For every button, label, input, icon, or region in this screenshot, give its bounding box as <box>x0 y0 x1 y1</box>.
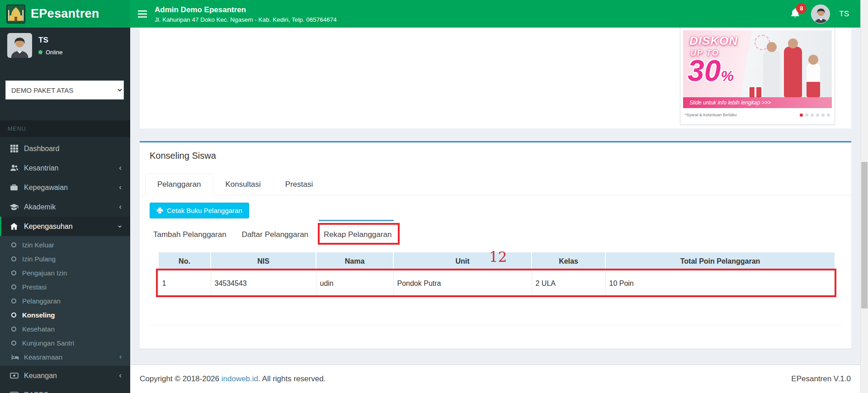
package-select[interactable]: DEMO PAKET ATAS <box>5 80 124 99</box>
sidebar-item-izin-keluar[interactable]: Izin Keluar <box>0 238 130 252</box>
sidebar-item-izin-pulang[interactable]: Izin Pulang <box>0 252 130 266</box>
subtab-rekap-pelanggaran[interactable]: Rekap Pelanggaran <box>316 225 399 245</box>
notifications-button[interactable]: 8 <box>789 7 802 21</box>
chevron-left-icon <box>118 185 123 191</box>
sidebar-item-konseling[interactable]: Konseling <box>0 308 130 322</box>
carousel-dots[interactable] <box>797 114 830 117</box>
active-subtab-indicator <box>319 220 394 221</box>
submenu-label: Izin Pulang <box>22 255 56 263</box>
submenu-label: Keasramaan <box>24 353 62 361</box>
circle-o-icon <box>11 256 16 261</box>
main-tabs: Pelanggaran Konsultasi Prestasi <box>140 174 851 195</box>
chevron-left-icon <box>118 354 123 360</box>
brand-logo[interactable]: EPesantren <box>0 0 130 28</box>
bed-icon <box>11 354 19 360</box>
ad-banner-card[interactable]: DISKON UP TO 30% Slide untuk info lebih … <box>680 28 835 125</box>
cell-unit: Pondok Putra <box>393 271 532 296</box>
sidebar-menu: Dashboard Kesantrian Kepegawaian <box>0 139 130 393</box>
ad-headline: DISKON <box>689 34 738 48</box>
sidebar-user-name: TS <box>38 36 63 45</box>
sidebar-item-dashboard[interactable]: Dashboard <box>0 139 130 158</box>
subtab-tambah-pelanggaran[interactable]: Tambah Pelanggaran <box>150 225 234 245</box>
print-button-label: Cetak Buku Pelanggaran <box>167 207 242 214</box>
submenu-label: Kunjungan Santri <box>22 339 74 347</box>
users-icon <box>8 164 20 172</box>
column-header-no: No. <box>158 252 211 271</box>
navbar: Admin Demo Epesantren Jl. Kahuripan 47 D… <box>130 0 868 28</box>
printer-icon <box>156 207 163 214</box>
copyright-suffix: . All rights reserved. <box>258 374 326 383</box>
sidebar-user-photo <box>7 33 32 58</box>
display-icon <box>8 392 20 393</box>
sidebar-user-status: Online <box>38 49 63 56</box>
submenu-label: Prestasi <box>22 283 47 291</box>
sidebar-item-rapbs[interactable]: RAPBS <box>0 385 130 393</box>
ad-card-footer: *Syarat & Ketentuan Berlaku <box>683 108 832 121</box>
vertical-scrollbar[interactable] <box>860 0 868 393</box>
brand-name: EPesantren <box>31 7 99 21</box>
kepengasuhan-submenu: Izin Keluar Izin Pulang Pengajuan Izin P… <box>0 236 130 366</box>
top-navbar: EPesantren Admin Demo Epesantren Jl. Kah… <box>0 0 868 28</box>
subtab-label: Rekap Pelanggaran <box>324 230 392 239</box>
chevron-left-icon <box>118 373 123 379</box>
ad-slide-text: Slide untuk info lebih lengkap >>> <box>683 97 832 108</box>
annotation-step-number: 12 <box>489 249 507 265</box>
sidebar: TS Online DEMO PAKET ATAS MENU Dashboard <box>0 28 130 393</box>
sidebar-item-kepengasuhan[interactable]: Kepengasuhan <box>0 217 130 236</box>
copyright-prefix: Copyright © 2018-2026 <box>140 374 222 383</box>
sidebar-item-keasramaan[interactable]: Keasramaan <box>0 350 130 364</box>
user-avatar[interactable] <box>811 5 830 24</box>
sidebar-item-akademik[interactable]: Akademik <box>0 197 130 217</box>
column-header-unit: Unit <box>393 252 532 271</box>
copyright-text: Copyright © 2018-2026 indoweb.id. All ri… <box>140 374 326 384</box>
ad-photo <box>761 38 830 97</box>
person-graphic <box>807 63 820 97</box>
sidebar-item-label: Keuangan <box>24 372 57 380</box>
table-row[interactable]: 1 34534543 udin Pondok Putra 2 ULA 10 Po… <box>158 271 835 296</box>
page-footer: Copyright © 2018-2026 indoweb.id. All ri… <box>130 365 868 393</box>
panel-title: Konseling Siswa <box>140 142 851 167</box>
circle-o-icon <box>11 242 16 247</box>
submenu-label: Pelanggaran <box>22 297 61 305</box>
cell-poin: 10 Poin <box>605 271 835 296</box>
rekap-table-container: No. NIS Nama Unit Kelas Total Poin Pelan… <box>158 251 835 296</box>
circle-o-icon <box>11 313 16 317</box>
sidebar-user-panel: TS Online <box>0 28 130 58</box>
header-subtitle: Jl. Kahuripan 47 Doko Kec. Ngasem - Kab.… <box>155 16 337 23</box>
tab-pelanggaran[interactable]: Pelanggaran <box>145 174 213 195</box>
chevron-left-icon <box>118 204 123 210</box>
chevron-down-icon <box>117 224 123 229</box>
sidebar-item-keuangan[interactable]: Keuangan <box>0 366 130 385</box>
hamburger-icon <box>138 10 147 18</box>
header-titles: Admin Demo Epesantren Jl. Kahuripan 47 D… <box>155 5 337 23</box>
circle-o-icon <box>11 298 16 303</box>
notification-badge: 8 <box>796 3 807 14</box>
subtab-daftar-pelanggaran[interactable]: Daftar Pelanggaran <box>234 225 316 245</box>
sidebar-toggle-button[interactable] <box>130 0 155 28</box>
user-menu[interactable]: TS <box>839 9 849 19</box>
indoweb-link[interactable]: indoweb.id <box>222 374 258 383</box>
sidebar-item-label: Akademik <box>24 203 56 211</box>
tab-prestasi[interactable]: Prestasi <box>273 174 325 195</box>
online-status-icon <box>38 50 42 54</box>
submenu-label: Pengajuan Izin <box>22 269 67 277</box>
sidebar-item-kepegawaian[interactable]: Kepegawaian <box>0 178 130 197</box>
ad-terms: *Syarat & Ketentuan Berlaku <box>685 113 737 117</box>
sidebar-item-kunjungan-santri[interactable]: Kunjungan Santri <box>0 336 130 350</box>
sidebar-item-pelanggaran[interactable]: Pelanggaran <box>0 294 130 308</box>
sidebar-item-label: Kepengasuhan <box>24 223 73 231</box>
home-icon <box>8 223 20 230</box>
cell-nis: 34534543 <box>211 271 316 296</box>
konseling-panel: Konseling Siswa Pelanggaran Konsultasi P… <box>140 141 851 349</box>
scrollbar-thumb[interactable] <box>861 162 868 308</box>
submenu-label: Kesehatan <box>22 325 55 333</box>
briefcase-icon <box>8 184 20 191</box>
app-version: EPesantren V.1.0 <box>791 374 851 384</box>
sidebar-item-pengajuan-izin[interactable]: Pengajuan Izin <box>0 266 130 280</box>
sidebar-item-kesehatan[interactable]: Kesehatan <box>0 322 130 336</box>
tab-konsultasi[interactable]: Konsultasi <box>213 174 273 195</box>
cell-nama: udin <box>316 271 393 296</box>
sidebar-item-prestasi[interactable]: Prestasi <box>0 280 130 294</box>
print-violation-book-button[interactable]: Cetak Buku Pelanggaran <box>150 203 249 218</box>
sidebar-item-kesantrian[interactable]: Kesantrian <box>0 158 130 178</box>
